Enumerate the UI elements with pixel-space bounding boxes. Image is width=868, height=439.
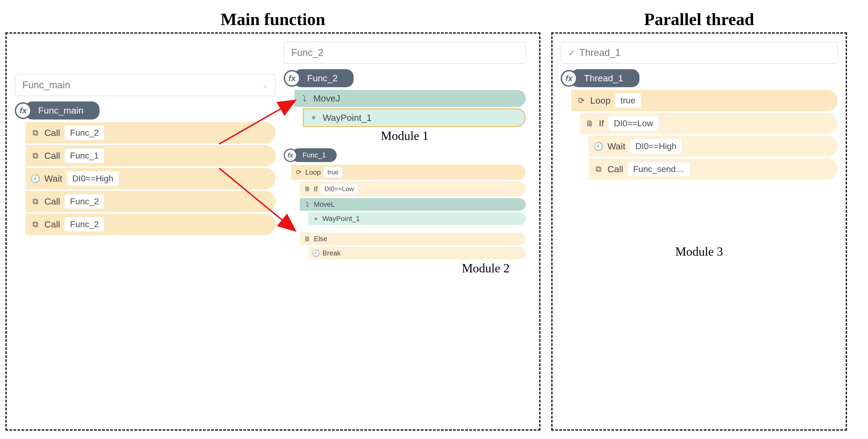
fx-icon: fx — [561, 70, 577, 87]
fx-icon: fx — [15, 102, 31, 119]
func-main-column: Func_main ⌄ fx Func_main ⧉ Call Func_2 ⧉ — [15, 42, 276, 424]
row-pill: DI0==Low — [608, 116, 659, 131]
thread-title: Parallel thread — [644, 9, 754, 29]
loop-icon: ⟳ — [576, 96, 586, 106]
if-row[interactable]: 🗎 If DI0==Low — [580, 113, 838, 134]
chevron-down-icon: ⌄ — [262, 81, 268, 90]
row-pill: DI0==High — [630, 139, 682, 154]
movej-row[interactable]: ⤵ MoveJ — [294, 90, 526, 107]
call-row[interactable]: ⧉ Call Func_2 — [26, 191, 276, 212]
func1-body: ⟳ Loop true 🗎 If DI0==Low ⤵ MoveL — [291, 165, 526, 260]
func2-selector[interactable]: Func_2 — [284, 42, 526, 64]
thread-selector[interactable]: ✓Thread_1 — [561, 42, 838, 64]
call-row[interactable]: ⧉ Call Func_2 — [26, 122, 276, 143]
row-label: Loop — [305, 168, 321, 177]
selector-label: Func_main — [22, 79, 70, 91]
row-label: Else — [314, 235, 328, 243]
selector-label: ✓Thread_1 — [568, 47, 621, 58]
doc-icon: 🗎 — [585, 119, 594, 128]
row-label: Call — [44, 127, 60, 138]
fx-icon: fx — [284, 149, 297, 162]
func-main-header: fx Func_main — [15, 101, 276, 119]
movel-row[interactable]: ⤵ MoveL — [300, 198, 526, 211]
row-label: Wait — [608, 141, 625, 151]
row-pill: Func_send… — [628, 162, 690, 177]
module-1-caption: Module 1 — [284, 129, 526, 143]
row-label: WayPoint_1 — [323, 113, 372, 123]
else-row[interactable]: 🗎 Else — [300, 233, 526, 245]
row-label: MoveJ — [313, 93, 340, 104]
route-icon: ⤵ — [304, 201, 311, 208]
func1-header: fx Func_1 — [284, 148, 526, 162]
link-icon: ⧉ — [593, 165, 603, 174]
doc-icon: 🗎 — [304, 235, 311, 243]
waypoint-row[interactable]: ⌖ WayPoint_1 — [303, 109, 526, 127]
route-icon: ⤵ — [299, 94, 309, 104]
if-row[interactable]: 🗎 If DI0==Low — [300, 181, 526, 197]
func2-header: fx Func_2 — [284, 69, 526, 87]
row-pill: true — [615, 93, 641, 108]
thread-panel: Parallel thread ✓Thread_1 fx Thread_1 ⟳ … — [551, 32, 847, 431]
check-icon: ✓ — [568, 48, 576, 58]
pin-icon: ⌖ — [309, 113, 318, 123]
row-pill: Func_2 — [65, 194, 104, 209]
call-row[interactable]: ⧉ Call Func_send… — [589, 158, 838, 180]
row-label: Call — [44, 219, 60, 230]
waypoint-row[interactable]: ⌖ WayPoint_1 — [308, 212, 526, 225]
func-main-selector[interactable]: Func_main ⌄ — [15, 74, 276, 96]
module-2-caption: Module 2 — [284, 261, 526, 275]
break-row[interactable]: 🕘 Break — [308, 247, 526, 260]
row-pill: Func_2 — [65, 217, 104, 232]
row-pill: Func_2 — [65, 125, 104, 140]
loop-icon: ⟳ — [295, 169, 303, 176]
row-label: Call — [608, 164, 623, 174]
row-pill: Func_1 — [65, 148, 104, 163]
module-2: fx Func_1 ⟳ Loop true 🗎 If DI0==Low — [284, 148, 526, 275]
row-label: Loop — [590, 95, 611, 106]
row-label: Call — [44, 150, 60, 161]
selector-label: Func_2 — [291, 47, 323, 58]
row-label: Break — [322, 249, 341, 257]
row-label: WayPoint_1 — [322, 214, 360, 223]
link-icon: ⧉ — [30, 220, 40, 229]
row-label: If — [599, 118, 604, 129]
row-label: Wait — [44, 173, 62, 184]
row-label: MoveL — [314, 200, 335, 209]
func2-body: ⤵ MoveJ ⌖ WayPoint_1 — [294, 90, 526, 127]
fx-label: Thread_1 — [570, 69, 640, 87]
fx-icon: fx — [284, 70, 300, 87]
fx-label: Func_main — [25, 101, 99, 119]
main-panel: Main function Func_main ⌄ fx Func_main ⧉… — [5, 32, 540, 431]
row-label: Call — [44, 196, 60, 207]
main-title: Main function — [220, 9, 325, 29]
thread-header: fx Thread_1 — [561, 69, 838, 87]
clock-icon: 🕘 — [30, 174, 40, 183]
call-row[interactable]: ⧉ Call Func_2 — [26, 214, 276, 235]
loop-row[interactable]: ⟳ Loop true — [291, 165, 526, 180]
link-icon: ⧉ — [30, 151, 40, 161]
fx-label: Func_2 — [293, 69, 353, 87]
module-3-caption: Module 3 — [561, 244, 838, 259]
row-label: If — [314, 185, 317, 193]
modules-column: Func_2 fx Func_2 ⤵ MoveJ ⌖ WayPoint_1 — [284, 42, 526, 424]
clock-icon: 🕘 — [312, 250, 320, 257]
clock-icon: 🕘 — [593, 142, 603, 151]
pin-icon: ⌖ — [312, 215, 320, 223]
doc-icon: 🗎 — [304, 185, 311, 193]
wait-row[interactable]: 🕘 Wait DI0==High — [26, 168, 276, 189]
link-icon: ⧉ — [30, 128, 40, 138]
row-pill: true — [323, 167, 343, 178]
module-1: Func_2 fx Func_2 ⤵ MoveJ ⌖ WayPoint_1 — [284, 42, 526, 143]
loop-row[interactable]: ⟳ Loop true — [571, 90, 838, 111]
call-row[interactable]: ⧉ Call Func_1 — [26, 145, 276, 166]
row-pill: DI0==Low — [320, 183, 358, 194]
func-main-body: ⧉ Call Func_2 ⧉ Call Func_1 🕘 Wait DI0==… — [26, 122, 276, 235]
fx-label: Func_1 — [292, 148, 337, 162]
thread-column: ✓Thread_1 fx Thread_1 ⟳ Loop true 🗎 If D… — [561, 42, 838, 259]
wait-row[interactable]: 🕘 Wait DI0==High — [589, 136, 838, 157]
thread-body: ⟳ Loop true 🗎 If DI0==Low 🕘 Wait DI0==Hi… — [571, 90, 838, 180]
row-pill: DI0==High — [67, 171, 119, 186]
link-icon: ⧉ — [30, 197, 40, 206]
